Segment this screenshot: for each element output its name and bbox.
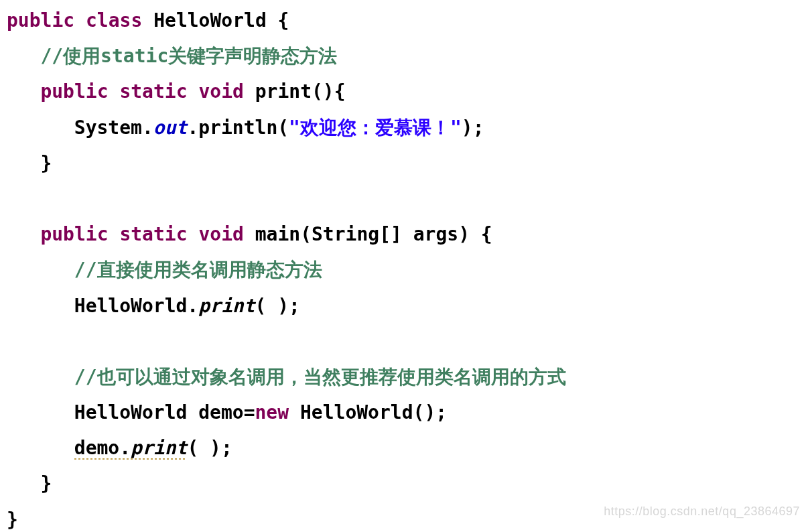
comment-static-decl: //使用static关键字声明静态方法 <box>40 45 337 67</box>
line-15: } <box>7 509 18 531</box>
keyword-static: static <box>119 223 187 245</box>
line-1: public class HelloWorld { <box>7 9 289 31</box>
call-print: print <box>198 295 255 317</box>
keyword-public: public <box>40 80 108 103</box>
keyword-public: public <box>40 223 108 245</box>
keyword-void: void <box>198 80 243 103</box>
line-12: HelloWorld demo=new HelloWorld(); <box>7 401 447 423</box>
demo-prefix: demo. <box>74 437 131 460</box>
keyword-class: class <box>86 9 142 31</box>
new-rest: HelloWorld(); <box>289 401 447 423</box>
brace-close: } <box>40 472 52 494</box>
close-paren: ); <box>462 117 484 139</box>
comment-classname-call: //直接使用类名调用静态方法 <box>74 259 322 281</box>
line-10-blank <box>7 330 18 352</box>
keyword-static: static <box>119 80 187 103</box>
call-rest: ( ); <box>255 295 300 317</box>
line-6-blank <box>7 188 18 210</box>
demo-rest: ( ); <box>187 437 232 459</box>
keyword-void: void <box>198 223 243 245</box>
new-prefix: HelloWorld demo= <box>74 401 255 423</box>
method-print-sig: print(){ <box>244 80 346 103</box>
classname: HelloWorld { <box>142 9 289 31</box>
line-4: System.out.println("欢迎您：爱慕课！"); <box>7 117 484 139</box>
string-literal: "欢迎您：爱慕课！" <box>289 117 462 139</box>
line-3: public static void print(){ <box>7 80 346 103</box>
out-field: out <box>153 117 188 139</box>
line-9: HelloWorld.print( ); <box>7 295 300 317</box>
keyword-public: public <box>7 9 74 31</box>
brace-close: } <box>7 509 18 531</box>
comment-object-call: //也可以通过对象名调用，当然更推荐使用类名调用的方式 <box>74 366 566 388</box>
system-ref: System. <box>74 117 153 139</box>
method-main-sig: main(String[] args) { <box>244 223 492 245</box>
demo-print: print <box>131 437 187 460</box>
brace-close: } <box>40 152 52 174</box>
keyword-new: new <box>255 401 289 423</box>
line-2: //使用static关键字声明静态方法 <box>7 45 337 67</box>
line-5: } <box>7 152 52 174</box>
line-13: demo.print( ); <box>7 437 232 459</box>
line-7: public static void main(String[] args) { <box>7 223 492 245</box>
call-prefix: HelloWorld. <box>74 295 198 317</box>
code-block: public class HelloWorld { //使用static关键字声… <box>0 0 812 532</box>
line-11: //也可以通过对象名调用，当然更推荐使用类名调用的方式 <box>7 366 566 388</box>
println-call: .println( <box>187 117 289 139</box>
line-8: //直接使用类名调用静态方法 <box>7 259 322 281</box>
line-14: } <box>7 472 52 494</box>
